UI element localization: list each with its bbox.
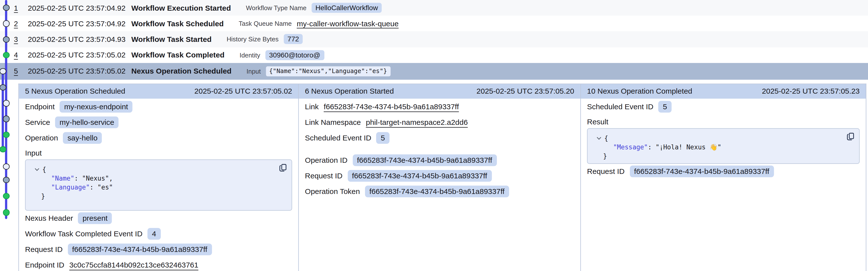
event-status-dot-green (0, 146, 6, 152)
event-id-link[interactable]: 4 (14, 51, 28, 59)
event-row[interactable]: 1 2025-02-25 UTC 23:57:04.92 Workflow Ex… (0, 0, 868, 16)
event-name: Workflow Task Completed (131, 51, 224, 59)
field-value-badge: 5 (376, 132, 390, 144)
json-open-brace: { (42, 165, 46, 173)
field-label: Input (25, 148, 42, 157)
event-status-dot-green (3, 193, 10, 199)
event-status-dot-gray (3, 116, 10, 122)
code-field: Result { "Message": "¡Hola! Nexus 👋" } (587, 117, 860, 164)
event-name: Workflow Execution Started (131, 4, 231, 12)
copy-button[interactable] (847, 133, 854, 140)
json-close-brace: } (603, 152, 607, 160)
field-row: Scheduled Event ID 5 (587, 99, 860, 115)
json-entry: "Language": "es" (30, 183, 276, 192)
field-row: Workflow Task Completed Event ID 4 (25, 226, 292, 242)
panel-header: 5 Nexus Operation Scheduled 2025-02-25 U… (19, 84, 299, 99)
panel-body: Link f665283f-743e-4374-b45b-9a61a89337f… (299, 99, 580, 199)
json-comma: , (109, 174, 113, 182)
field-value-link[interactable]: phil-target-namespace2.a2dd6 (366, 118, 468, 127)
field-label: Operation ID (305, 156, 347, 165)
json-value: "¡Hola! Nexus 👋" (656, 143, 721, 151)
event-timestamp: 2025-02-25 UTC 23:57:05.02 (28, 67, 131, 76)
event-id-link[interactable]: 5 (14, 67, 28, 76)
collapse-chevron-icon[interactable] (35, 164, 39, 173)
field-row: Endpoint ID 3c0c75ccfa8144b092c13ce63246… (25, 258, 292, 271)
event-attr-value: 30960@totoro@ (265, 50, 324, 60)
event-history-table: 1 2025-02-25 UTC 23:57:04.92 Workflow Ex… (0, 0, 868, 80)
field-row: Request ID f665283f-743e-4374-b45b-9a61a… (25, 242, 292, 258)
field-label: Endpoint (25, 103, 55, 111)
event-id-link[interactable]: 3 (14, 35, 28, 44)
copy-icon (847, 133, 854, 140)
json-open-brace: { (604, 134, 608, 142)
event-status-dot-green (3, 132, 10, 138)
field-value-badge: 4 (147, 228, 160, 240)
field-value-badge: f665283f-743e-4374-b45b-9a61a89337ff (630, 166, 774, 178)
collapse-chevron-icon[interactable] (596, 133, 601, 142)
panel-body: Endpoint my-nexus-endpoint Service my-he… (19, 99, 299, 271)
event-row[interactable]: 4 2025-02-25 UTC 23:57:05.02 Workflow Ta… (0, 47, 868, 63)
json-separator: : (74, 174, 82, 182)
field-label: Scheduled Event ID (305, 134, 371, 142)
code-block: { "Name": "Nexus","Language": "es" } (25, 159, 292, 211)
field-row: Scheduled Event ID 5 (305, 130, 574, 146)
field-label: Operation Token (305, 188, 360, 196)
field-label: Service (25, 118, 50, 127)
workflow-history-view: 1 2025-02-25 UTC 23:57:04.92 Workflow Ex… (0, 0, 868, 271)
field-label: Scheduled Event ID (587, 103, 653, 111)
json-separator: : (90, 183, 97, 191)
code-field: Input { "Name": "Nexus","Language": "es"… (25, 148, 292, 211)
panel-timestamp: 2025-02-25 UTC 23:57:05.02 (194, 87, 292, 96)
field-row: Request ID f665283f-743e-4374-b45b-9a61a… (587, 164, 860, 179)
event-attr-value: {"Name":"Nexus","Language":"es"} (266, 66, 391, 77)
field-value-link[interactable]: 3c0c75ccfa8144b092c13ce632463761 (69, 261, 198, 270)
field-value-badge: my-nexus-endpoint (60, 101, 132, 113)
field-row: Nexus Header present (25, 211, 292, 226)
event-status-dot-gray (0, 84, 6, 91)
event-timestamp: 2025-02-25 UTC 23:57:04.92 (28, 4, 131, 12)
event-attr-label: Input (247, 68, 261, 75)
copy-button[interactable] (279, 164, 287, 172)
event-status-dot-gray (3, 177, 10, 183)
field-row: Service my-hello-service (25, 115, 292, 130)
json-value: "Nexus" (82, 174, 109, 182)
field-label: Request ID (25, 245, 63, 254)
event-attr-link[interactable]: my-caller-workflow-task-queue (297, 19, 399, 28)
field-label: Endpoint ID (25, 261, 64, 270)
event-attr-label: Workflow Type Name (246, 4, 307, 11)
event-attr-label: History Size Bytes (226, 36, 278, 43)
event-timestamp: 2025-02-25 UTC 23:57:04.92 (28, 19, 131, 28)
event-id-link[interactable]: 2 (14, 19, 28, 28)
timeline-branch-line (2, 71, 4, 150)
field-label: Nexus Header (25, 214, 73, 223)
copy-icon (279, 164, 287, 172)
event-name: Workflow Task Scheduled (131, 19, 224, 28)
panel-timestamp: 2025-02-25 UTC 23:57:05.23 (762, 87, 860, 96)
field-value-badge: f665283f-743e-4374-b45b-9a61a89337ff (365, 186, 509, 198)
event-id-link[interactable]: 1 (14, 4, 28, 12)
event-attr-label: Identity (240, 52, 260, 58)
field-value-badge: f665283f-743e-4374-b45b-9a61a89337ff (67, 244, 212, 255)
event-timestamp: 2025-02-25 UTC 23:57:05.02 (28, 51, 131, 59)
json-key: "Name" (51, 174, 74, 182)
event-row[interactable]: 5 2025-02-25 UTC 23:57:05.02 Nexus Opera… (0, 63, 868, 80)
field-label: Request ID (587, 167, 625, 176)
field-row: Operation Token f665283f-743e-4374-b45b-… (305, 184, 574, 199)
field-label: Link (305, 103, 319, 111)
json-separator: : (648, 143, 656, 151)
panel-title: 6 Nexus Operation Started (305, 87, 394, 96)
event-row[interactable]: 3 2025-02-25 UTC 23:57:04.93 Workflow Ta… (0, 31, 868, 47)
code-block: { "Message": "¡Hola! Nexus 👋" } (587, 128, 860, 164)
field-label: Operation (25, 134, 58, 142)
event-row[interactable]: 2 2025-02-25 UTC 23:57:04.92 Workflow Ta… (0, 16, 868, 31)
panel-title: 10 Nexus Operation Completed (587, 87, 692, 96)
event-name: Workflow Task Started (131, 35, 212, 44)
field-value-badge: f665283f-743e-4374-b45b-9a61a89337ff (347, 170, 492, 182)
field-label: Result (587, 117, 608, 126)
panel-timestamp: 2025-02-25 UTC 23:57:05.20 (476, 87, 574, 96)
event-status-dot-white (3, 100, 10, 107)
field-value-link[interactable]: f665283f-743e-4374-b45b-9a61a89337ff (324, 103, 459, 111)
json-key: "Message" (613, 143, 648, 151)
event-detail-panel: 10 Nexus Operation Completed 2025-02-25 … (580, 84, 866, 271)
field-row: Link Namespace phil-target-namespace2.a2… (305, 115, 574, 130)
